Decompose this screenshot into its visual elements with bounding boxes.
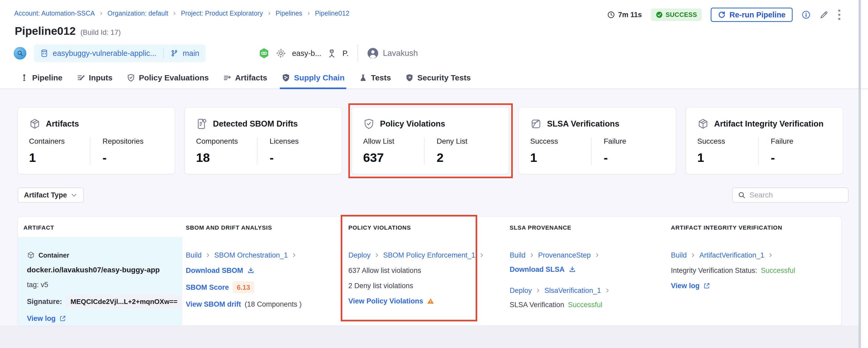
- card-artifact-integrity: Artifact Integrity Verification Success …: [686, 107, 843, 174]
- warning-icon: [427, 297, 434, 305]
- tab-label: Tests: [371, 73, 391, 82]
- execution-meta: easy-b... P.: [258, 48, 349, 59]
- user-name: Lavakush: [383, 49, 418, 58]
- column-header-policy: POLICY VIOLATIONS: [345, 224, 506, 231]
- duration-text: 7m 11s: [618, 11, 642, 19]
- allow-list-violations: 637 Allow list violations: [348, 266, 501, 275]
- summary-cards: Artifacts Containers 1 Repositories - De…: [18, 107, 843, 174]
- tab-supply-chain[interactable]: Supply Chain: [280, 73, 346, 89]
- artifacts-table: ARTIFACT SBOM AND DRIFT ANALYSIS POLICY …: [18, 216, 842, 326]
- card-title: Artifacts: [46, 119, 79, 129]
- integrity-cell: Build ArtifactVerification_1 Integrity V…: [667, 237, 841, 326]
- step-link[interactable]: SBOM Orchestration_1: [214, 251, 288, 260]
- policy-evaluations-icon: [127, 74, 135, 82]
- slsa-icon: [530, 118, 542, 130]
- tab-security-tests[interactable]: Security Tests: [404, 73, 472, 89]
- stat-label: Licenses: [270, 137, 331, 146]
- download-slsa-link[interactable]: Download SLSA: [509, 265, 565, 274]
- rerun-pipeline-button[interactable]: Re-run Pipeline: [711, 8, 793, 22]
- card-title: SLSA Verifications: [547, 119, 620, 129]
- breadcrumb-account[interactable]: Account: Automation-SSCA: [14, 9, 95, 17]
- integrity-status-label: Integrity Verification Status:: [671, 266, 757, 275]
- download-icon: [568, 265, 576, 273]
- breadcrumb-organization[interactable]: Organization: default: [107, 9, 168, 17]
- repo-name: easybuggy-vulnerable-applic...: [53, 49, 156, 58]
- search-icon: [738, 191, 746, 199]
- chevron-right-icon: [267, 11, 271, 16]
- step-link[interactable]: SlsaVerification_1: [545, 286, 601, 295]
- artifact-type-dropdown[interactable]: Artifact Type: [18, 187, 84, 203]
- column-header-slsa: SLSA PROVENANCE: [506, 224, 667, 231]
- shield-check-icon: [363, 118, 375, 130]
- breadcrumb-pipeline012[interactable]: Pipeline012: [315, 9, 349, 17]
- signature-label: Signature:: [27, 297, 62, 306]
- artifacts-icon: [223, 74, 231, 82]
- repo-icon: [40, 49, 49, 57]
- kebab-menu-icon[interactable]: [837, 9, 841, 21]
- pill-divider: [163, 48, 164, 58]
- view-log-link[interactable]: View log: [27, 314, 56, 323]
- step-link[interactable]: ProvenanceStep: [538, 251, 591, 260]
- signature-value[interactable]: MEQCICde2Vjl...L+2+mqnOXw==: [66, 295, 182, 308]
- sbom-score-badge: 6.13: [233, 281, 254, 293]
- chevron-right-icon: [594, 253, 600, 258]
- repo-branch-pill[interactable]: easybuggy-vulnerable-applic... main: [34, 45, 206, 62]
- trigger-avatar-icon: [14, 47, 26, 60]
- view-policy-violations-link[interactable]: View Policy Violations: [348, 297, 423, 306]
- tab-label: Supply Chain: [294, 73, 345, 82]
- stat-label: Components: [196, 137, 257, 146]
- tab-label: Artifacts: [235, 73, 267, 82]
- download-sbom-link[interactable]: Download SBOM: [186, 266, 243, 275]
- stat-value: 18: [196, 150, 257, 165]
- column-header-artifact: ARTIFACT: [18, 224, 182, 231]
- supply-chain-icon: [281, 73, 290, 82]
- view-sbom-drift-link[interactable]: View SBOM drift: [186, 300, 241, 309]
- trigger-short-name: P.: [342, 49, 349, 58]
- vertical-scrollbar[interactable]: [859, 0, 861, 348]
- container-icon: [27, 251, 35, 259]
- stage-link[interactable]: Build: [671, 251, 687, 260]
- gear-icon: [276, 48, 286, 59]
- deny-list-violations: 2 Deny list violations: [348, 281, 501, 290]
- slsa-cell: Build ProvenanceStep Download SLSA Deplo…: [506, 237, 667, 326]
- tab-inputs[interactable]: Inputs: [75, 73, 114, 89]
- tab-policy-evaluations[interactable]: Policy Evaluations: [125, 73, 210, 89]
- pipeline-meta-row: easybuggy-vulnerable-applic... main easy…: [14, 44, 418, 62]
- delegate-icon: [327, 49, 337, 58]
- sbom-cell: Build SBOM Orchestration_1 Download SBOM…: [182, 237, 345, 326]
- tab-label: Pipeline: [32, 73, 62, 82]
- tab-tests[interactable]: Tests: [357, 73, 393, 89]
- breadcrumb-project[interactable]: Project: Product Exploratory: [181, 9, 263, 17]
- artifact-image-name: docker.io/lavakush07/easy-buggy-app: [27, 265, 177, 274]
- sbom-document-icon: [196, 118, 208, 130]
- step-link[interactable]: ArtifactVerification_1: [700, 251, 764, 260]
- sbom-score-link[interactable]: SBOM Score: [186, 283, 229, 292]
- user-avatar-icon: [367, 48, 379, 59]
- breadcrumb-pipelines[interactable]: Pipelines: [276, 9, 302, 17]
- tab-artifacts[interactable]: Artifacts: [221, 73, 269, 89]
- stage-link[interactable]: Build: [509, 251, 525, 260]
- chevron-right-icon: [374, 253, 379, 258]
- column-header-integrity: ARTIFACT INTEGRITY VERIFICATION: [667, 224, 841, 231]
- edit-pencil-icon[interactable]: [819, 10, 829, 19]
- title-row: Pipeline012 (Build Id: 17): [15, 25, 121, 37]
- info-icon[interactable]: [802, 10, 811, 19]
- stage-link[interactable]: Deploy: [348, 251, 371, 260]
- chevron-right-icon: [99, 11, 103, 16]
- chevron-right-icon: [306, 11, 311, 16]
- stage-link[interactable]: Build: [186, 251, 202, 260]
- refresh-icon: [718, 11, 726, 19]
- tab-label: Inputs: [89, 73, 113, 82]
- stat-label: Success: [697, 137, 758, 146]
- chevron-right-icon: [172, 11, 177, 16]
- search-input[interactable]: [749, 191, 844, 199]
- chevron-down-icon: [71, 192, 78, 199]
- status-badge: SUCCESS: [651, 8, 702, 21]
- stage-link[interactable]: Deploy: [509, 286, 532, 295]
- tests-flask-icon: [359, 74, 367, 82]
- step-link[interactable]: SBOM Policy Enforcement_1: [383, 251, 475, 260]
- artifact-tag: tag: v5: [27, 280, 177, 289]
- tab-pipeline[interactable]: Pipeline: [19, 73, 64, 89]
- slsa-verification-label: SLSA Verification: [509, 300, 564, 309]
- view-log-link[interactable]: View log: [671, 281, 700, 290]
